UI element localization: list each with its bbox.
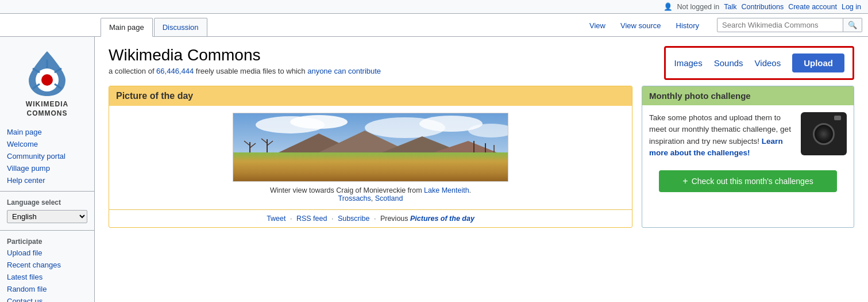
search-button[interactable]: 🔍 xyxy=(843,18,862,32)
potd-header: Picture of the day xyxy=(109,86,632,106)
subtitle-prefix: a collection of xyxy=(109,67,156,75)
challenge-header: Monthly photo challenge xyxy=(642,86,854,105)
user-icon: 👤 xyxy=(663,2,673,11)
not-logged-in-label: Not logged in xyxy=(677,3,720,11)
potd-caption: Winter view towards Craig of Monievrecki… xyxy=(116,186,625,202)
sidebar-participate-section: Participate Upload file Recent changes L… xyxy=(0,234,94,302)
anyone-contribute-link[interactable]: anyone can contribute xyxy=(307,67,381,75)
upload-button[interactable]: Upload xyxy=(792,53,844,72)
challenge-body: Take some photos and upload them to meet… xyxy=(642,105,854,166)
create-account-link[interactable]: Create account xyxy=(788,3,837,11)
svg-point-9 xyxy=(290,115,348,129)
challenge-btn-area: +Check out this month's challenges xyxy=(642,166,854,200)
sidebar-item-welcome[interactable]: Welcome xyxy=(0,138,94,150)
sidebar: WIKIMEDIACOMMONS Main page Welcome Commu… xyxy=(0,37,95,302)
wikimedia-logo xyxy=(23,48,72,100)
challenge-btn-label: Check out this month's challenges xyxy=(692,177,813,186)
potd-image xyxy=(233,113,508,182)
search-area: 🔍 xyxy=(711,14,868,36)
camera-lens xyxy=(813,123,835,145)
challenge-box: Monthly photo challenge Take some photos… xyxy=(642,86,854,228)
caption-prefix: Winter view towards Craig of Monievrecki… xyxy=(270,186,424,194)
challenges-button[interactable]: +Check out this month's challenges xyxy=(659,170,837,192)
sidebar-item-village-pump[interactable]: Village pump xyxy=(0,162,94,174)
contributions-link[interactable]: Contributions xyxy=(742,3,784,11)
action-tabs: View View source History xyxy=(577,14,711,36)
content-header: Wikimedia Commons a collection of 66,446… xyxy=(109,46,854,80)
talk-link[interactable]: Talk xyxy=(724,3,736,11)
sidebar-item-latest-files[interactable]: Latest files xyxy=(0,271,94,283)
media-buttons-box: Images Sounds Videos Upload xyxy=(664,46,854,80)
camera-flash-icon xyxy=(834,116,841,120)
main-layout: WIKIMEDIACOMMONS Main page Welcome Commu… xyxy=(0,37,868,302)
svg-point-1 xyxy=(41,74,53,86)
sidebar-nav-section: Main page Welcome Community portal Villa… xyxy=(0,126,94,186)
scotland-link[interactable]: Scotland xyxy=(375,194,403,202)
sidebar-item-community-portal[interactable]: Community portal xyxy=(0,150,94,162)
tab-history[interactable]: History xyxy=(669,16,707,35)
header-row: Main page Discussion View View source Hi… xyxy=(0,14,868,37)
lake-menteith-link[interactable]: Lake Menteith xyxy=(424,186,469,194)
participate-heading: Participate xyxy=(0,234,94,247)
language-select-label: Language select xyxy=(0,195,94,208)
subtitle-middle: freely usable media files to which xyxy=(194,67,307,75)
svg-rect-17 xyxy=(233,152,508,182)
separator-2: · xyxy=(331,215,335,223)
sidebar-item-main-page[interactable]: Main page xyxy=(0,126,94,138)
page-title-area: Wikimedia Commons a collection of 66,446… xyxy=(109,46,381,75)
caption-middle: . xyxy=(469,186,471,194)
sidebar-item-recent-changes[interactable]: Recent changes xyxy=(0,259,94,271)
tab-discussion[interactable]: Discussion xyxy=(154,18,207,36)
logo-text: WIKIMEDIACOMMONS xyxy=(26,100,68,118)
btn-plus-icon: + xyxy=(682,176,688,186)
separator-1: · xyxy=(290,215,294,223)
sidebar-divider-1 xyxy=(0,191,94,192)
potd-box: Picture of the day xyxy=(109,86,632,228)
rss-feed-link[interactable]: RSS feed xyxy=(296,215,327,223)
potd-body: Winter view towards Craig of Monievrecki… xyxy=(109,106,632,209)
trossachs-link[interactable]: Trossachs xyxy=(338,194,371,202)
log-in-link[interactable]: Log in xyxy=(842,3,861,11)
tweet-link[interactable]: Tweet xyxy=(267,215,286,223)
two-column-layout: Picture of the day xyxy=(109,86,854,228)
sidebar-logo: WIKIMEDIACOMMONS xyxy=(0,43,94,126)
page-subtitle: a collection of 66,446,444 freely usable… xyxy=(109,67,381,75)
potd-landscape-svg xyxy=(233,113,508,182)
content: Wikimedia Commons a collection of 66,446… xyxy=(95,37,868,302)
previous-prefix: Previous xyxy=(380,215,410,223)
sidebar-item-contact-us[interactable]: Contact us xyxy=(0,295,94,302)
tabs-area: Main page Discussion xyxy=(0,14,577,36)
sidebar-language-section: Language select English Deutsch Español … xyxy=(0,195,94,225)
sidebar-divider-2 xyxy=(0,230,94,231)
page-title: Wikimedia Commons xyxy=(109,46,381,64)
sidebar-item-random-file[interactable]: Random file xyxy=(0,283,94,295)
tab-view-source[interactable]: View source xyxy=(613,16,669,35)
challenge-text: Take some photos and upload them to meet… xyxy=(649,112,795,159)
separator-3: · xyxy=(374,215,378,223)
pictures-of-the-day-link[interactable]: Pictures of the day xyxy=(410,215,474,223)
language-select[interactable]: English Deutsch Español Français 日本語 xyxy=(7,210,87,223)
sounds-button[interactable]: Sounds xyxy=(714,58,743,68)
tab-main-page[interactable]: Main page xyxy=(101,18,153,37)
sidebar-item-help-center[interactable]: Help center xyxy=(0,174,94,186)
videos-button[interactable]: Videos xyxy=(755,58,781,68)
camera-icon-box xyxy=(801,112,847,155)
images-button[interactable]: Images xyxy=(674,58,702,68)
search-input[interactable] xyxy=(717,18,843,32)
sidebar-item-upload-file[interactable]: Upload file xyxy=(0,247,94,259)
file-count-link[interactable]: 66,446,444 xyxy=(156,67,194,75)
subscribe-link[interactable]: Subscribe xyxy=(338,215,370,223)
potd-footer: Tweet · RSS feed · Subscribe · Previous … xyxy=(109,209,632,227)
tab-view[interactable]: View xyxy=(582,16,613,35)
top-bar: 👤 Not logged in Talk Contributions Creat… xyxy=(0,0,868,14)
caption-comma: , xyxy=(371,194,375,202)
